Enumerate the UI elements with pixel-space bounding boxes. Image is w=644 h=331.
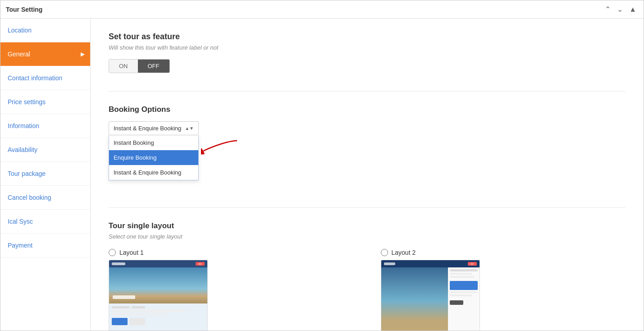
toggle-on-button[interactable]: ON: [109, 60, 138, 73]
layout-description: Select one tour single layout: [109, 233, 626, 240]
booking-dropdown-container: Instant & Enquire Booking ▲▼ Instant Boo…: [109, 121, 199, 135]
sidebar-item-label: Availability: [8, 146, 37, 153]
sidebar-item-label: Location: [8, 27, 32, 34]
dropdown-option-instant[interactable]: Instant Booking: [109, 135, 198, 150]
sidebar-item-label: Cancel booking: [8, 194, 51, 201]
layout-1-radio[interactable]: [109, 249, 116, 256]
sidebar-item-information[interactable]: Information: [0, 114, 90, 138]
layout-2-item: Layout 2 btn: [381, 249, 626, 331]
layout-1-label: Layout 1: [119, 249, 144, 256]
arrow-indicator: [201, 138, 242, 162]
sidebar-item-label: Ical Sysc: [8, 218, 33, 225]
sidebar-item-availability[interactable]: Availability: [0, 138, 90, 162]
title-bar-controls: ⌃ ⌄ ▲: [603, 4, 638, 14]
chevron-up-button[interactable]: ⌃: [603, 4, 612, 14]
feature-section: Set tour as feature Will show this tour …: [109, 32, 626, 73]
sidebar-item-contact-information[interactable]: Contact information: [0, 66, 90, 90]
toggle-off-button[interactable]: OFF: [138, 60, 169, 73]
dropdown-arrow-icon: ▲▼: [185, 126, 194, 131]
dropdown-trigger[interactable]: Instant & Enquire Booking ▲▼: [109, 121, 199, 135]
sidebar-item-label: Information: [8, 122, 39, 129]
booking-title: Booking Options: [109, 105, 626, 114]
dropdown-selected-value: Instant & Enquire Booking: [114, 125, 183, 132]
sidebar: Location General Contact information Pri…: [0, 18, 91, 331]
title-bar-title: Tour Setting: [6, 6, 42, 13]
main-content: Set tour as feature Will show this tour …: [91, 18, 644, 331]
layout-2-preview: btn: [381, 260, 480, 331]
sidebar-item-label: Price settings: [8, 98, 46, 106]
feature-description: Will show this tour with feature label o…: [109, 44, 626, 51]
divider-1: [109, 91, 626, 92]
expand-button[interactable]: ▲: [627, 4, 638, 14]
sidebar-item-label: General: [8, 51, 30, 58]
booking-dropdown-menu: Instant Booking Enquire Booking Instant …: [109, 135, 199, 180]
feature-title: Set tour as feature: [109, 32, 626, 41]
layout-2-radio[interactable]: [381, 249, 388, 256]
sidebar-item-tour-package[interactable]: Tour package: [0, 162, 90, 186]
booking-section: Booking Options Instant & Enquire Bookin…: [109, 105, 626, 135]
layout-2-radio-row: Layout 2: [381, 249, 626, 256]
sidebar-item-label: Tour package: [8, 170, 46, 177]
sidebar-item-label: Payment: [8, 242, 32, 249]
sidebar-item-price-settings[interactable]: Price settings: [0, 90, 90, 114]
sidebar-item-general[interactable]: General: [0, 42, 90, 66]
sidebar-item-cancel-booking[interactable]: Cancel booking: [0, 186, 90, 210]
sidebar-item-location[interactable]: Location: [0, 18, 90, 42]
sidebar-item-payment[interactable]: Payment: [0, 234, 90, 257]
layout-title: Tour single layout: [109, 221, 626, 230]
sidebar-item-ical-sync[interactable]: Ical Sysc: [0, 210, 90, 234]
layout-section: Tour single layout Select one tour singl…: [109, 221, 626, 331]
feature-toggle: ON OFF: [109, 59, 170, 73]
chevron-down-button[interactable]: ⌄: [615, 4, 625, 14]
layouts-grid: Layout 1 btn: [109, 249, 626, 331]
dropdown-wrapper: Instant & Enquire Booking ▲▼: [109, 121, 199, 135]
layout-2-label: Layout 2: [392, 249, 416, 256]
layout-1-preview: btn: [109, 260, 208, 331]
sidebar-item-label: Contact information: [8, 74, 62, 82]
layout-1-radio-row: Layout 1: [109, 249, 354, 256]
app-window: Tour Setting ⌃ ⌄ ▲ Location General Cont…: [0, 0, 644, 331]
main-layout: Location General Contact information Pri…: [0, 18, 644, 331]
dropdown-option-enquire[interactable]: Enquire Booking: [109, 150, 198, 165]
title-bar: Tour Setting ⌃ ⌄ ▲: [0, 0, 644, 18]
layout-1-item: Layout 1 btn: [109, 249, 354, 331]
divider-2: [109, 207, 626, 208]
dropdown-option-both[interactable]: Instant & Enquire Booking: [109, 165, 198, 180]
